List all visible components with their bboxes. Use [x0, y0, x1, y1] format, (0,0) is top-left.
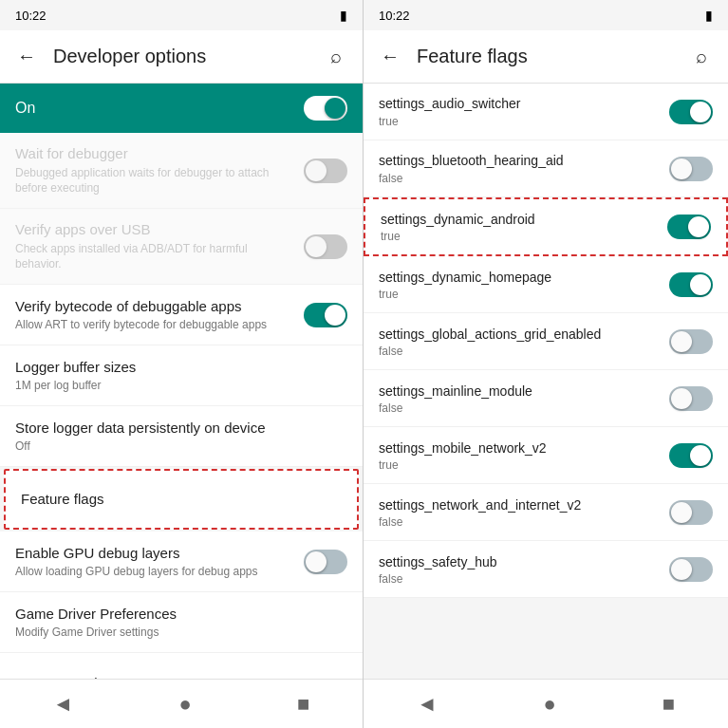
flag-dynamic-android-toggle[interactable]	[667, 215, 711, 239]
gpu-debug-toggle[interactable]	[304, 550, 347, 574]
right-battery-icon: ▮	[705, 8, 713, 23]
flag-safety-hub-toggle[interactable]	[669, 557, 713, 582]
right-nav-bar: ◄ ● ■	[364, 679, 728, 728]
flag-item-audio-switcher[interactable]: settings_audio_switcher true	[364, 84, 728, 140]
flag-mobile-network-v2-name: settings_mobile_network_v2	[379, 439, 658, 457]
right-nav-recents-icon[interactable]: ■	[663, 692, 675, 717]
flag-network-internet-v2-toggle[interactable]	[669, 500, 713, 525]
flag-dynamic-android-value: true	[381, 230, 656, 243]
on-toggle-thumb	[325, 98, 345, 119]
right-back-button[interactable]: ←	[371, 38, 409, 76]
flag-item-network-internet-v2[interactable]: settings_network_and_internet_v2 false	[364, 484, 728, 541]
right-time: 10:22	[379, 9, 410, 23]
flag-item-safety-hub[interactable]: settings_safety_hub false	[364, 541, 728, 598]
flag-mainline-module-value: false	[379, 401, 658, 415]
feature-flags-title: Feature flags	[21, 490, 330, 509]
right-search-button[interactable]: ⌕	[682, 38, 720, 76]
flag-item-dynamic-android[interactable]: settings_dynamic_android true	[364, 197, 728, 256]
left-panel: 10:22 ▮ ← Developer options ⌕ On Wait fo…	[0, 0, 364, 728]
right-panel: 10:22 ▮ ← Feature flags ⌕ settings_audio…	[364, 0, 728, 728]
settings-item-system-tracing[interactable]: System Tracing	[0, 653, 363, 679]
right-nav-home-icon[interactable]: ●	[544, 692, 556, 717]
flag-bluetooth-hearing-aid-value: false	[379, 172, 658, 185]
right-page-title: Feature flags	[417, 46, 675, 67]
left-search-icon: ⌕	[330, 46, 342, 67]
store-logger-title: Store logger data persistently on device	[15, 419, 336, 438]
left-search-button[interactable]: ⌕	[317, 38, 355, 76]
left-content: On Wait for debugger Debugged applicatio…	[0, 84, 363, 679]
right-top-bar: ← Feature flags ⌕	[364, 30, 728, 84]
logger-buffer-subtitle: 1M per log buffer	[15, 378, 336, 394]
flag-global-actions-name: settings_global_actions_grid_enabled	[379, 326, 658, 343]
game-driver-subtitle: Modify Game Driver settings	[15, 625, 336, 641]
wait-debugger-title: Wait for debugger	[15, 144, 292, 163]
flag-mobile-network-v2-toggle[interactable]	[669, 443, 713, 468]
flag-dynamic-homepage-toggle[interactable]	[669, 272, 713, 297]
left-page-title: Developer options	[53, 46, 309, 67]
verify-bytecode-toggle[interactable]	[304, 303, 347, 327]
verify-apps-subtitle: Check apps installed via ADB/ADT for har…	[15, 241, 292, 273]
flag-mobile-network-v2-value: true	[379, 458, 658, 472]
verify-apps-toggle[interactable]	[304, 234, 347, 259]
left-back-button[interactable]: ←	[8, 38, 46, 76]
settings-item-gpu-debug[interactable]: Enable GPU debug layers Allow loading GP…	[0, 532, 363, 592]
gpu-debug-subtitle: Allow loading GPU debug layers for debug…	[15, 564, 292, 580]
left-nav-back-icon[interactable]: ◄	[53, 692, 74, 717]
right-nav-back-icon[interactable]: ◄	[417, 692, 438, 717]
left-nav-home-icon[interactable]: ●	[179, 692, 192, 717]
settings-item-verify-apps[interactable]: Verify apps over USB Check apps installe…	[0, 209, 363, 285]
left-status-bar: 10:22 ▮	[0, 0, 363, 30]
settings-item-logger-buffer[interactable]: Logger buffer sizes 1M per log buffer	[0, 345, 363, 406]
flag-audio-switcher-value: true	[379, 115, 658, 128]
gpu-debug-title: Enable GPU debug layers	[15, 544, 292, 563]
flag-item-global-actions[interactable]: settings_global_actions_grid_enabled fal…	[364, 313, 728, 370]
flag-dynamic-homepage-name: settings_dynamic_homepage	[379, 269, 658, 286]
game-driver-title: Game Driver Preferences	[15, 605, 336, 624]
flag-global-actions-value: false	[379, 345, 658, 358]
flag-audio-switcher-toggle[interactable]	[669, 100, 713, 124]
verify-apps-title: Verify apps over USB	[15, 220, 292, 239]
settings-item-game-driver[interactable]: Game Driver Preferences Modify Game Driv…	[0, 592, 363, 653]
flag-item-dynamic-homepage[interactable]: settings_dynamic_homepage true	[364, 256, 728, 313]
flag-bluetooth-hearing-aid-name: settings_bluetooth_hearing_aid	[379, 152, 658, 169]
left-nav-recents-icon[interactable]: ■	[297, 692, 309, 717]
settings-item-verify-bytecode[interactable]: Verify bytecode of debuggable apps Allow…	[0, 285, 363, 345]
flag-item-mainline-module[interactable]: settings_mainline_module false	[364, 370, 728, 427]
store-logger-subtitle: Off	[15, 439, 336, 455]
flags-list: settings_audio_switcher true settings_bl…	[364, 84, 728, 679]
flag-mainline-module-toggle[interactable]	[669, 386, 713, 411]
on-label: On	[15, 100, 35, 117]
flag-network-internet-v2-value: false	[379, 515, 658, 529]
flag-mainline-module-name: settings_mainline_module	[379, 383, 658, 400]
right-back-icon: ←	[381, 46, 400, 67]
left-time: 10:22	[15, 9, 47, 23]
on-row[interactable]: On	[0, 84, 363, 133]
flag-item-bluetooth-hearing-aid[interactable]: settings_bluetooth_hearing_aid false	[364, 140, 728, 197]
flag-dynamic-homepage-value: true	[379, 288, 658, 301]
on-toggle[interactable]	[304, 96, 347, 121]
settings-item-feature-flags[interactable]: Feature flags	[4, 469, 359, 530]
flag-global-actions-toggle[interactable]	[669, 329, 713, 354]
logger-buffer-title: Logger buffer sizes	[15, 358, 336, 377]
right-status-bar: 10:22 ▮	[364, 0, 728, 30]
flag-network-internet-v2-name: settings_network_and_internet_v2	[379, 496, 658, 513]
left-top-bar: ← Developer options ⌕	[0, 30, 363, 84]
left-battery-icon: ▮	[340, 8, 347, 23]
flag-item-mobile-network-v2[interactable]: settings_mobile_network_v2 true	[364, 427, 728, 484]
settings-item-store-logger[interactable]: Store logger data persistently on device…	[0, 406, 363, 467]
flag-bluetooth-hearing-aid-toggle[interactable]	[669, 157, 713, 181]
flag-dynamic-android-name: settings_dynamic_android	[381, 211, 656, 228]
flag-safety-hub-name: settings_safety_hub	[379, 553, 658, 570]
left-nav-bar: ◄ ● ■	[0, 679, 363, 728]
wait-debugger-subtitle: Debugged application waits for debugger …	[15, 165, 292, 197]
flag-audio-switcher-name: settings_audio_switcher	[379, 95, 658, 112]
verify-bytecode-title: Verify bytecode of debuggable apps	[15, 297, 292, 316]
right-search-icon: ⌕	[696, 46, 707, 67]
wait-debugger-toggle[interactable]	[304, 159, 347, 183]
left-back-icon: ←	[17, 46, 36, 67]
settings-item-wait-debugger[interactable]: Wait for debugger Debugged application w…	[0, 133, 363, 209]
flag-safety-hub-value: false	[379, 572, 658, 586]
verify-bytecode-subtitle: Allow ART to verify bytecode for debugga…	[15, 317, 292, 333]
